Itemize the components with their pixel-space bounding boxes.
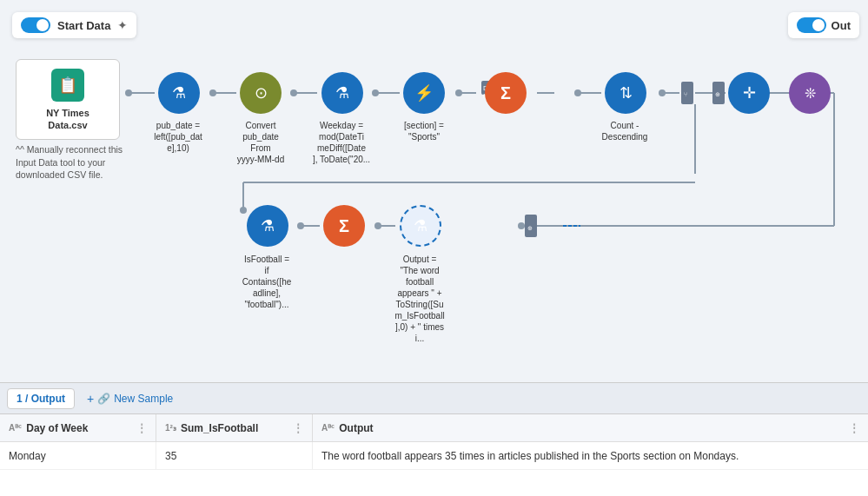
th-sum-is-football: 1²₃ Sum_IsFootball ⋮ [156,414,313,441]
filter-icon: ⚡ [414,83,434,103]
summarize1-icon: Σ [500,83,511,103]
formula3-label: Weekday = mod(DateTi meDiff([Date ], ToD… [302,120,381,165]
pin-icon[interactable]: ✦ [117,18,128,32]
purple-node[interactable]: ❊ [789,72,831,114]
svg-point-7 [372,89,379,96]
th-sum-icon: 1²₃ [165,423,176,433]
formula1-icon: ⚗ [172,83,186,103]
svg-point-26 [297,222,304,229]
th-out-icon: Aᴮᶜ [321,423,335,433]
output-toggle-bar: Out [788,12,859,38]
output-node[interactable]: ⚗ [400,205,441,247]
formula4-node[interactable]: ⚗ [247,205,288,247]
canvas-area: Start Data ✦ Out [0,0,868,391]
formula3-icon: ⚗ [335,83,349,103]
formula2-label: Convert pub_date From yyyy-MM-dd [222,120,300,165]
formula1-node[interactable]: ⚗ [158,72,200,114]
file-node[interactable]: 📋 NY Times Data.csv [16,59,120,140]
svg-point-19 [518,222,525,229]
results-table: Aᴮᶜ Day of Week ⋮ 1²₃ Sum_IsFootball ⋮ A… [0,413,868,496]
svg-rect-32 [681,82,693,104]
svg-point-14 [659,89,666,96]
start-data-toggle[interactable] [21,17,50,33]
th-sum-menu[interactable]: ⋮ [293,422,303,434]
formula2-node[interactable]: ⊙ [240,72,282,114]
table-row: Monday 35 The word football appears 35 t… [0,442,868,470]
file-title: NY Times Data.csv [23,107,112,132]
tab-output-label: 1 / Output [17,393,65,405]
th-out-label: Output [339,422,373,434]
start-data-toggle-bar: Start Data ✦ [12,12,136,38]
file-icon: 📋 [51,69,84,102]
new-sample-label: New Sample [114,393,173,405]
svg-point-12 [574,89,581,96]
formula4-icon: ⚗ [261,216,275,235]
summarize2-icon: Σ [339,216,349,236]
sort-node[interactable]: ⇅ [605,72,646,114]
svg-text:⊕: ⊕ [715,91,720,97]
tab-new-sample[interactable]: + 🔗 New Sample [78,388,182,409]
plus-icon: + [87,392,94,406]
filter-node[interactable]: ⚡ [403,72,445,114]
th-out-menu[interactable]: ⋮ [849,422,859,434]
formula2-icon: ⊙ [255,83,268,103]
svg-point-5 [290,89,297,96]
svg-point-3 [209,89,216,96]
formula4-label: IsFootball = if Contains([he adline], "f… [228,254,306,310]
table-header: Aᴮᶜ Day of Week ⋮ 1²₃ Sum_IsFootball ⋮ A… [0,414,868,442]
svg-rect-34 [525,215,537,237]
output-toggle[interactable] [797,17,826,33]
svg-text:⊕: ⊕ [527,225,533,231]
svg-point-1 [125,89,132,96]
svg-rect-36 [712,82,725,104]
output-toggle-label: Out [832,19,851,32]
th-dow-label: Day of Week [26,422,88,434]
td-day-of-week: Monday [0,442,156,469]
sort-label: Count - Descending [586,120,664,142]
tab-output[interactable]: 1 / Output [7,388,75,409]
th-dow-icon: Aᴮᶜ [9,423,22,433]
join-node[interactable]: ✛ [728,72,770,114]
note-text: ^^ Manually reconnect this Input Data to… [16,143,129,182]
td-sum-is-football: 35 [156,442,313,469]
formula3-node[interactable]: ⚗ [321,72,363,114]
purple-icon: ❊ [805,85,816,102]
summarize1-node[interactable]: Σ [485,72,527,114]
svg-point-28 [374,222,381,229]
tab-bar: 1 / Output + 🔗 New Sample [0,382,868,413]
output-icon: ⚗ [414,216,427,235]
formula1-label: pub_date = left([pub_dat e],10) [139,120,217,154]
svg-text:⑂: ⑂ [684,91,687,97]
join-icon: ✛ [743,83,756,103]
td-output: The word football appears 35 times in ar… [313,442,868,469]
start-data-label: Start Data [57,19,110,32]
th-day-of-week: Aᴮᶜ Day of Week ⋮ [0,414,156,441]
th-output: Aᴮᶜ Output ⋮ [313,414,868,441]
svg-point-24 [240,207,247,214]
link-icon: 🔗 [97,393,110,405]
svg-point-9 [455,89,462,96]
th-dow-menu[interactable]: ⋮ [136,422,147,434]
th-sum-label: Sum_IsFootball [181,422,258,434]
filter-label: [section] = "Sports" [385,120,463,142]
summarize2-node[interactable]: Σ [323,205,365,247]
sort-icon: ⇅ [620,83,633,103]
output-label: Output = "The word football appears " + … [381,254,459,344]
